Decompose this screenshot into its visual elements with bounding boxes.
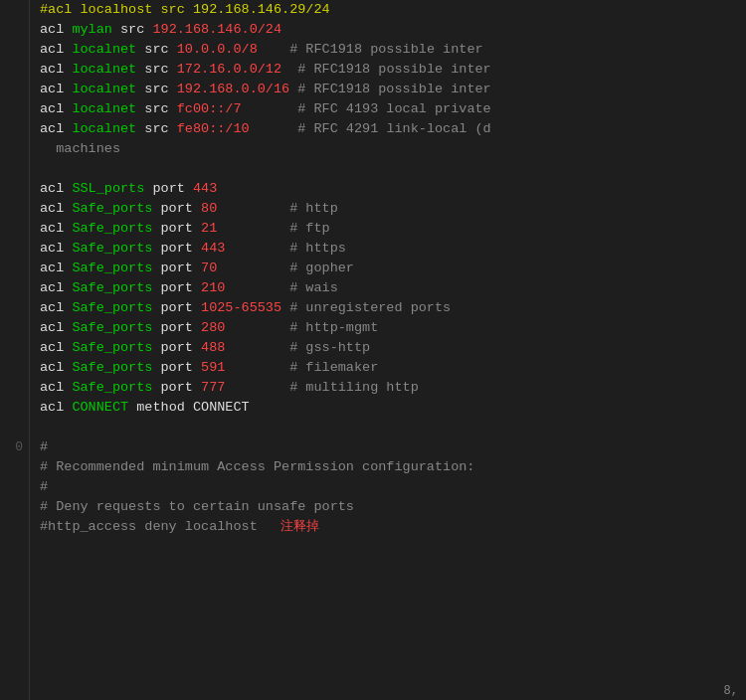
code-segment: # gss-http: [225, 340, 370, 355]
code-line-3: acl localnet src 172.16.0.0/12 # RFC1918…: [40, 60, 746, 80]
code-segment: acl: [40, 221, 72, 236]
code-segment: fe80::/10: [177, 121, 250, 136]
code-segment: mylan: [72, 22, 112, 37]
editor-container: 0 #acl localhost src 192.168.146.29/24ac…: [0, 0, 746, 700]
code-segment: #acl localhost src 192.168.146.29/24: [40, 2, 330, 17]
code-segment: localnet: [72, 101, 136, 116]
code-segment: 280: [201, 320, 225, 335]
code-segment: #: [40, 479, 48, 494]
code-line-26: #http_access deny localhost 注释掉: [40, 517, 746, 537]
code-line-14: acl Safe_ports port 210 # wais: [40, 278, 746, 298]
code-line-18: acl Safe_ports port 591 # filemaker: [40, 358, 746, 378]
line-number-15: [0, 298, 23, 318]
code-segment: # unregistered ports: [281, 300, 451, 315]
code-segment: src: [136, 42, 177, 57]
code-segment: port: [152, 241, 201, 256]
code-segment: port: [152, 320, 201, 335]
code-area[interactable]: #acl localhost src 192.168.146.29/24acl …: [30, 0, 746, 700]
code-segment: acl: [40, 42, 72, 57]
code-segment: localnet: [72, 121, 136, 136]
code-segment: # wais: [225, 280, 337, 295]
code-segment: # ftp: [217, 221, 329, 236]
line-number-9: [0, 179, 23, 199]
code-segment: Safe_ports: [72, 340, 152, 355]
code-segment: port: [152, 340, 201, 355]
code-segment: # Deny requests to certain unsafe ports: [40, 499, 354, 514]
code-segment: Safe_ports: [72, 300, 152, 315]
code-line-2: acl localnet src 10.0.0.0/8 # RFC1918 po…: [40, 40, 746, 60]
code-segment: machines: [40, 141, 120, 156]
code-segment: src: [136, 101, 177, 116]
code-segment: 192.168.146.0/24: [152, 22, 281, 37]
line-number-11: [0, 219, 23, 239]
line-number-8: [0, 159, 23, 179]
code-line-12: acl Safe_ports port 443 # https: [40, 239, 746, 259]
code-line-10: acl Safe_ports port 80 # http: [40, 199, 746, 219]
code-segment: acl: [40, 261, 72, 275]
code-segment: # multiling http: [225, 380, 418, 395]
code-segment: # RFC1918 possible inter: [258, 42, 483, 57]
code-line-23: # Recommended minimum Access Permission …: [40, 457, 746, 477]
line-numbers: 0: [0, 0, 30, 700]
code-segment: Safe_ports: [72, 241, 152, 256]
code-segment: 777: [201, 380, 225, 395]
code-segment: 591: [201, 360, 225, 375]
code-segment: CONNECT: [193, 400, 250, 415]
code-segment: 1025-65535: [201, 300, 281, 315]
code-segment: # https: [225, 241, 346, 256]
code-segment: acl: [40, 241, 72, 256]
code-segment: Safe_ports: [72, 380, 152, 395]
line-number-16: [0, 318, 23, 338]
code-line-6: acl localnet src fe80::/10 # RFC 4291 li…: [40, 119, 746, 139]
line-number-14: [0, 278, 23, 298]
code-segment: acl: [40, 360, 72, 375]
code-line-5: acl localnet src fc00::/7 # RFC 4193 loc…: [40, 99, 746, 119]
code-line-19: acl Safe_ports port 777 # multiling http: [40, 378, 746, 398]
code-line-22: #: [40, 438, 746, 457]
code-segment: Safe_ports: [72, 221, 152, 236]
code-segment: 注释掉: [258, 519, 319, 534]
line-number-26: [0, 517, 23, 537]
code-segment: 80: [201, 201, 217, 216]
code-segment: acl: [40, 181, 72, 196]
code-segment: 488: [201, 340, 225, 355]
code-line-24: #: [40, 477, 746, 497]
line-number-2: [0, 40, 23, 60]
code-segment: # RFC1918 possible inter: [281, 62, 491, 77]
line-number-25: [0, 497, 23, 517]
code-segment: acl: [40, 340, 72, 355]
code-segment: 70: [201, 261, 217, 275]
code-line-7: machines: [40, 139, 746, 159]
line-number-19: [0, 378, 23, 398]
code-segment: port: [152, 280, 201, 295]
code-segment: # filemaker: [225, 360, 378, 375]
code-segment: acl: [40, 201, 72, 216]
line-number-0: [0, 0, 23, 20]
code-segment: port: [152, 360, 201, 375]
code-segment: SSL_ports: [72, 181, 144, 196]
code-segment: acl: [40, 121, 72, 136]
code-segment: acl: [40, 300, 72, 315]
code-segment: fc00::/7: [177, 101, 242, 116]
code-segment: Safe_ports: [72, 280, 152, 295]
code-segment: CONNECT: [72, 400, 128, 415]
line-number-23: [0, 457, 23, 477]
line-number-17: [0, 338, 23, 358]
code-segment: port: [152, 201, 201, 216]
line-number-7: [0, 139, 23, 159]
code-line-20: acl CONNECT method CONNECT: [40, 398, 746, 418]
code-segment: port: [152, 300, 201, 315]
code-segment: acl: [40, 380, 72, 395]
code-segment: acl: [40, 101, 72, 116]
code-segment: acl: [40, 400, 72, 415]
code-segment: acl: [40, 280, 72, 295]
code-line-0: #acl localhost src 192.168.146.29/24: [40, 0, 746, 20]
code-line-17: acl Safe_ports port 488 # gss-http: [40, 338, 746, 358]
code-segment: port: [144, 181, 193, 196]
code-line-8: [40, 159, 746, 179]
code-segment: port: [152, 261, 201, 275]
line-number-3: [0, 60, 23, 80]
line-number-1: [0, 20, 23, 40]
code-segment: src: [136, 62, 177, 77]
code-segment: localnet: [72, 42, 136, 57]
